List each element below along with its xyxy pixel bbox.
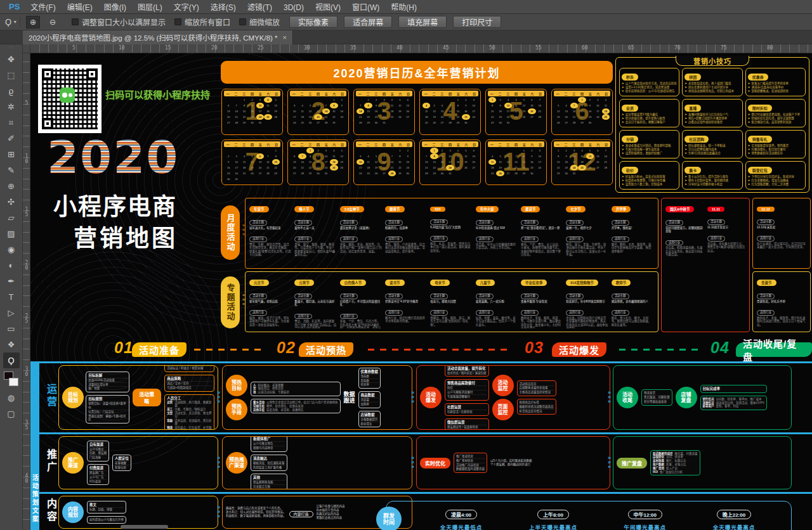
close-tab-icon[interactable]: × bbox=[283, 34, 287, 41]
menu-item[interactable]: 文字(Y) bbox=[168, 1, 205, 14]
dodge-tool[interactable]: ◐ bbox=[3, 257, 20, 273]
menu-item[interactable]: 图像(I) bbox=[98, 1, 132, 14]
healing-brush-tool[interactable]: ⊞ bbox=[3, 146, 20, 162]
flow-node-pill: 活动策略 bbox=[133, 389, 162, 406]
menu-item[interactable]: 文件(F) bbox=[25, 1, 61, 14]
menu-item[interactable]: 3D(D) bbox=[278, 1, 310, 14]
menu-item[interactable]: 选择(S) bbox=[205, 1, 242, 14]
magic-wand-tool[interactable]: ✲ bbox=[3, 99, 20, 115]
option-button[interactable]: 打印尺寸 bbox=[453, 16, 501, 28]
type-tool[interactable]: T bbox=[3, 289, 20, 305]
weekday-label: 日 bbox=[341, 91, 344, 96]
ruler-tick-label: 50 bbox=[489, 45, 495, 51]
option-checkbox[interactable]: 调整窗口大小以满屏显示 bbox=[72, 16, 166, 27]
eraser-tool[interactable]: ▱ bbox=[3, 210, 20, 226]
calendar-day: 4 bbox=[488, 153, 496, 159]
ruler-vertical[interactable]: 510152025303540 bbox=[23, 53, 30, 530]
checkbox-icon[interactable] bbox=[239, 18, 246, 25]
option-button[interactable]: 适合屏幕 bbox=[344, 16, 392, 28]
calendar-day: 24 bbox=[357, 171, 364, 176]
calendar-day: 7 bbox=[422, 153, 430, 159]
weekday-label: 二 bbox=[301, 91, 304, 96]
calendar-day: 8 bbox=[240, 103, 248, 108]
brush-tool[interactable]: ✎ bbox=[3, 162, 20, 178]
calendar-day: 3 bbox=[357, 153, 364, 159]
zoom-tool-preset[interactable]: Ϙ▼ bbox=[5, 17, 20, 27]
blur-tool[interactable]: ◉ bbox=[3, 242, 20, 257]
calendar-day: 21 bbox=[570, 114, 578, 120]
theme-text: 开学季，焕新装! bbox=[612, 226, 654, 230]
color-swatches[interactable] bbox=[3, 371, 20, 390]
weekday-label: 日 bbox=[275, 142, 278, 146]
calendar-weekday-header: 一二三四五六日 bbox=[356, 91, 412, 96]
ruler-tick-label: 15 bbox=[23, 207, 30, 217]
crop-tool[interactable]: ⌗ bbox=[3, 115, 20, 131]
calendar-day: 24 bbox=[291, 120, 298, 126]
option-checkbox[interactable]: 细微缩放 bbox=[239, 16, 280, 27]
theme-pill: 活动主题 bbox=[340, 288, 383, 300]
checkbox-icon[interactable] bbox=[174, 18, 181, 25]
horizontal-scrollbar-thumb[interactable] bbox=[121, 525, 168, 529]
history-brush-tool[interactable]: ✣ bbox=[3, 194, 20, 210]
menu-item[interactable]: 滤镜(T) bbox=[242, 1, 278, 14]
shape-tool[interactable]: ▭ bbox=[3, 321, 20, 337]
weekday-label: 一 bbox=[292, 91, 296, 96]
zoom-out-button[interactable]: ⊖ bbox=[46, 16, 60, 29]
option-button[interactable]: 实际像素 bbox=[289, 16, 337, 28]
photoshop-logo: PS bbox=[4, 2, 25, 11]
flow-arrow-icon: »»» bbox=[217, 456, 220, 469]
flow-kv-row: 运营活动规划、执行跟进、数据复盘 bbox=[167, 401, 212, 408]
move-tool[interactable]: ✥ bbox=[3, 51, 20, 67]
panel-grip-icon[interactable]: ∷∷ bbox=[8, 45, 15, 50]
calendar-day: 7 bbox=[536, 97, 544, 103]
calendar-day: 27 bbox=[438, 120, 446, 126]
zoom-in-button[interactable]: ⊕ bbox=[26, 16, 40, 29]
tip-label: 裂变红包 bbox=[748, 167, 772, 174]
lasso-tool[interactable]: ϱ bbox=[3, 83, 20, 99]
eyedropper-tool[interactable]: ✐ bbox=[3, 131, 20, 146]
calendar-day: 10 bbox=[357, 159, 364, 165]
weekday-label: 三 bbox=[308, 91, 311, 96]
calendar-month-card: 一二三四五六日912345678910111213141516171819202… bbox=[353, 139, 415, 186]
theme-pill: 活动主题 bbox=[249, 214, 292, 226]
holiday-label: 年货节 bbox=[249, 206, 269, 212]
quick-mask-button[interactable]: ◍ bbox=[3, 390, 20, 406]
path-select-tool[interactable]: ▷ bbox=[3, 305, 20, 321]
calendar-day: 20 bbox=[528, 108, 535, 114]
stage-dash-arrow bbox=[194, 349, 265, 351]
flow-box-row: 社群促活 / 社群转化 bbox=[447, 410, 487, 414]
option-button[interactable]: 填充屏幕 bbox=[398, 16, 447, 28]
calendar-weekday-header: 一二三四五六日 bbox=[554, 91, 610, 96]
menu-item[interactable]: 图层(L) bbox=[132, 1, 168, 14]
document-tab[interactable]: 2020小程序电商营销地图.jpg @ 12.5% (扫码可以获得小程序扶持, … bbox=[23, 30, 293, 44]
background-color-swatch[interactable] bbox=[9, 378, 18, 386]
menu-item[interactable]: 帮助(H) bbox=[385, 1, 422, 14]
holiday-label: 白色情人节 bbox=[340, 280, 367, 286]
calendar-day: 15 bbox=[488, 108, 496, 114]
calendar-day: 13 bbox=[225, 108, 232, 114]
flow-cell: 预热推广渠道新媒体推广公众号推文预告视频号内容种草消息触达模板消息、短信通知老客… bbox=[222, 436, 412, 489]
calendar-day-empty bbox=[422, 97, 430, 103]
checkbox-icon[interactable] bbox=[72, 18, 79, 25]
document-canvas[interactable]: 扫码可以获得小程序扶持 2020 小程序电商 营销地图 2020营销日历&全年营… bbox=[30, 53, 812, 530]
weekday-label: 二 bbox=[499, 91, 502, 96]
special-card: 元宵节活动主题集福卡、猜灯谜，元宵佳节送好礼适用行业食品、汤圆、礼品等，面向家庭… bbox=[294, 275, 337, 328]
menu-item[interactable]: 窗口(W) bbox=[346, 1, 385, 14]
marquee-tool[interactable]: ⬚ bbox=[3, 67, 20, 83]
menu-item[interactable]: 视图(V) bbox=[310, 1, 346, 14]
menu-item[interactable]: 编辑(E) bbox=[62, 1, 98, 14]
tip-card: 裂变红包➤下单后分享红包给好友，新老同享➤红包金额随机，增加互动趣味➤红包到账提… bbox=[745, 161, 806, 190]
calendar-day-empty bbox=[225, 97, 232, 103]
zoom-tool[interactable]: Ϙ bbox=[3, 352, 20, 368]
hand-tool[interactable]: ❖ bbox=[3, 337, 20, 352]
clone-stamp-tool[interactable]: ⊕ bbox=[3, 178, 20, 194]
pen-tool[interactable]: ✒ bbox=[3, 273, 20, 289]
flow-box-title: 人员分工 bbox=[167, 396, 212, 401]
calendar-day-empty bbox=[512, 148, 520, 153]
screen-mode-button[interactable]: ▢ bbox=[3, 406, 20, 422]
gradient-tool[interactable]: ▨ bbox=[3, 226, 20, 242]
option-checkbox[interactable]: 缩放所有窗口 bbox=[174, 16, 230, 27]
ruler-horizontal[interactable]: 5101520253035404550556065707580 bbox=[30, 44, 812, 53]
stage-badge: 活动准备 bbox=[132, 342, 187, 357]
flow-box: 商品策略选品 / 定价 / 库存引流款+利润款组合 bbox=[164, 375, 214, 392]
